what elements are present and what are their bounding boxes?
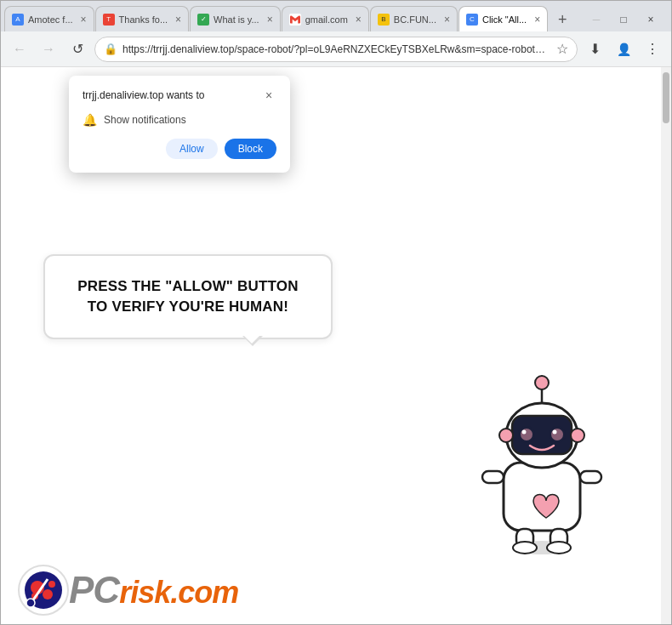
- popup-buttons: Allow Block: [83, 139, 276, 159]
- popup-notification-row: 🔔 Show notifications: [83, 113, 276, 127]
- page-content: trrjj.denaliview.top wants to × 🔔 Show n…: [1, 67, 661, 624]
- menu-button[interactable]: ⋮: [641, 37, 664, 61]
- bookmark-icon[interactable]: ☆: [556, 41, 568, 57]
- tab-label-bcfun: BC.FUN...: [394, 14, 436, 25]
- tab-label-amotec: Amotec f...: [28, 14, 73, 25]
- permission-popup: trrjj.denaliview.top wants to × 🔔 Show n…: [69, 76, 290, 173]
- scrollbar-thumb[interactable]: [663, 72, 669, 123]
- profile-button[interactable]: 👤: [612, 37, 635, 61]
- popup-notification-label: Show notifications: [104, 114, 186, 126]
- pcrisk-pc: PC: [69, 569, 119, 611]
- popup-close-button[interactable]: ×: [261, 88, 276, 103]
- svg-point-24: [48, 581, 55, 588]
- pcrisk-logo: PCrisk.com: [18, 565, 238, 616]
- address-text: https://trrjj.denaliview.top/space-robot…: [122, 43, 551, 55]
- close-window-button[interactable]: ×: [639, 8, 663, 31]
- popup-header: trrjj.denaliview.top wants to ×: [83, 88, 276, 103]
- new-tab-button[interactable]: +: [550, 8, 574, 31]
- lock-icon: 🔒: [104, 43, 117, 55]
- tab-label-whatis: What is y...: [214, 14, 259, 25]
- tab-label-gmail: gmail.com: [305, 14, 348, 25]
- nav-bar: ← → ↺ 🔒 https://trrjj.denaliview.top/spa…: [1, 31, 671, 67]
- scrollbar[interactable]: [661, 67, 671, 624]
- back-button[interactable]: ←: [8, 37, 31, 61]
- tab-gmail[interactable]: gmail.com ×: [282, 6, 369, 31]
- tab-close-clickall[interactable]: ×: [534, 14, 540, 26]
- speech-bubble: PRESS THE "ALLOW" BUTTON TO VERIFY YOU'R…: [43, 254, 333, 339]
- svg-point-19: [499, 429, 513, 442]
- tab-label-clickall: Click "All...: [482, 14, 527, 25]
- robot-svg: [474, 369, 610, 556]
- browser-window: A Amotec f... × T Thanks fo... × ✓ What …: [0, 0, 672, 625]
- svg-point-11: [535, 376, 549, 389]
- profile-icon: 👤: [617, 43, 631, 56]
- tab-close-gmail[interactable]: ×: [356, 14, 362, 26]
- svg-point-27: [26, 599, 35, 607]
- svg-rect-2: [482, 471, 504, 483]
- refresh-button[interactable]: ↺: [65, 37, 89, 61]
- robot-illustration: [474, 369, 610, 556]
- pcrisk-risk: risk.com: [119, 575, 238, 610]
- forward-icon: →: [42, 42, 55, 57]
- allow-button[interactable]: Allow: [166, 139, 218, 159]
- tab-close-thanks[interactable]: ×: [175, 14, 181, 26]
- block-button[interactable]: Block: [225, 139, 276, 159]
- back-icon: ←: [13, 42, 26, 57]
- svg-point-16: [551, 429, 563, 440]
- svg-point-15: [521, 429, 532, 440]
- svg-point-17: [522, 430, 527, 435]
- pcrisk-logo-icon: [18, 565, 69, 616]
- download-icon: ⬇: [589, 41, 601, 57]
- bell-icon: 🔔: [83, 113, 97, 127]
- svg-point-18: [553, 430, 557, 435]
- tab-favicon-gmail: [289, 14, 301, 26]
- browser-content-area: trrjj.denaliview.top wants to × 🔔 Show n…: [1, 67, 671, 624]
- tab-thanks[interactable]: T Thanks fo... ×: [95, 6, 190, 31]
- menu-icon: ⋮: [646, 41, 659, 57]
- minimize-button[interactable]: ─: [584, 8, 608, 31]
- address-bar[interactable]: 🔒 https://trrjj.denaliview.top/space-rob…: [94, 37, 578, 62]
- maximize-button[interactable]: □: [612, 8, 635, 31]
- tab-favicon-bcfun: B: [378, 14, 390, 26]
- tab-close-amotec[interactable]: ×: [81, 14, 87, 26]
- tab-favicon-clickall: C: [466, 14, 478, 26]
- tab-favicon-amotec: A: [12, 14, 24, 26]
- tab-close-bcfun[interactable]: ×: [444, 14, 450, 26]
- svg-point-6: [513, 542, 537, 554]
- tab-whatis[interactable]: ✓ What is y... ×: [190, 6, 281, 31]
- pcrisk-icon-svg: [22, 569, 65, 611]
- svg-point-23: [43, 589, 53, 599]
- tab-favicon-whatis: ✓: [197, 14, 209, 26]
- tab-bar: A Amotec f... × T Thanks fo... × ✓ What …: [1, 1, 671, 31]
- svg-rect-3: [580, 471, 601, 483]
- svg-point-20: [571, 429, 584, 442]
- pcrisk-text: PCrisk.com: [69, 569, 238, 611]
- refresh-icon: ↺: [72, 41, 83, 57]
- download-button[interactable]: ⬇: [583, 37, 607, 61]
- tab-close-whatis[interactable]: ×: [267, 14, 273, 26]
- speech-text: PRESS THE "ALLOW" BUTTON TO VERIFY YOU'R…: [71, 276, 305, 317]
- forward-button[interactable]: →: [37, 37, 60, 61]
- tab-bcfun[interactable]: B BC.FUN... ×: [370, 6, 458, 31]
- tab-amotec[interactable]: A Amotec f... ×: [4, 6, 94, 31]
- svg-point-7: [547, 542, 571, 554]
- tab-favicon-thanks: T: [103, 14, 115, 26]
- tab-clickall[interactable]: C Click "All... ×: [458, 6, 548, 31]
- tab-label-thanks: Thanks fo...: [119, 14, 168, 25]
- popup-title: trrjj.denaliview.top wants to: [83, 89, 204, 101]
